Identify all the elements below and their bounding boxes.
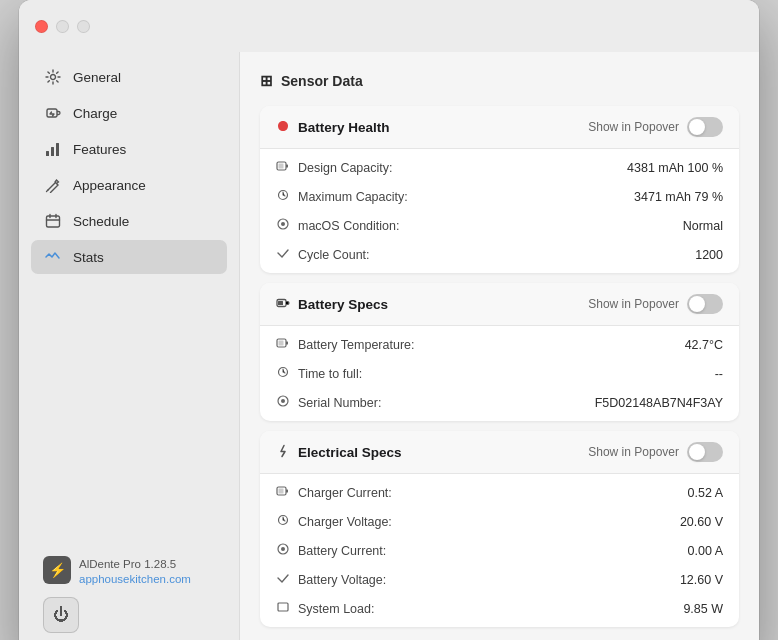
power-icon: ⏻ [53, 606, 69, 624]
app-link[interactable]: apphousekitchen.com [79, 573, 191, 585]
card-row: Charger Current:0.52 A [260, 478, 739, 507]
toggle-electrical-specs[interactable] [687, 442, 723, 462]
stats-label: Stats [73, 250, 104, 265]
row-label: Charger Voltage: [298, 515, 680, 529]
svg-rect-3 [51, 147, 54, 156]
app-version: AlDente Pro 1.28.5 [79, 556, 191, 573]
toggle-battery-specs[interactable] [687, 294, 723, 314]
row-value: 9.85 W [683, 602, 723, 616]
card-popover-battery-health: Show in Popover [588, 117, 723, 137]
row-icon-1-1 [276, 365, 298, 382]
close-button[interactable] [35, 20, 48, 33]
card-electrical-specs: Electrical SpecsShow in PopoverCharger C… [260, 431, 739, 627]
card-row: Design Capacity:4381 mAh 100 % [260, 153, 739, 182]
sidebar-item-appearance[interactable]: Appearance [31, 168, 227, 202]
row-value: 3471 mAh 79 % [634, 190, 723, 204]
card-row: Battery Current:0.00 A [260, 536, 739, 565]
card-battery-health: Battery HealthShow in PopoverDesign Capa… [260, 106, 739, 273]
appearance-icon [43, 175, 63, 195]
row-icon-0-2 [276, 217, 298, 234]
battery-health-header-icon [276, 119, 290, 136]
card-row: System Load:9.85 W [260, 594, 739, 623]
power-button[interactable]: ⏻ [43, 597, 79, 633]
row-value: Normal [683, 219, 723, 233]
svg-point-0 [51, 75, 56, 80]
sidebar: GeneralChargeFeaturesAppearanceScheduleS… [19, 52, 239, 640]
battery-specs-header-icon [276, 296, 290, 313]
row-value: F5D02148AB7N4F3AY [595, 396, 723, 410]
card-rows-battery-health: Design Capacity:4381 mAh 100 %Maximum Ca… [260, 149, 739, 273]
maximize-button[interactable] [77, 20, 90, 33]
card-row: macOS Condition:Normal [260, 211, 739, 240]
card-header-battery-health: Battery HealthShow in Popover [260, 106, 739, 149]
svg-point-19 [281, 399, 285, 403]
sidebar-item-stats[interactable]: Stats [31, 240, 227, 274]
card-rows-battery-specs: Battery Temperature:42.7°CTime to full:-… [260, 326, 739, 421]
row-label: Design Capacity: [298, 161, 627, 175]
traffic-lights [35, 20, 90, 33]
sidebar-item-schedule[interactable]: Schedule [31, 204, 227, 238]
general-label: General [73, 70, 121, 85]
toggle-battery-health[interactable] [687, 117, 723, 137]
features-icon [43, 139, 63, 159]
svg-rect-4 [56, 143, 59, 156]
svg-rect-7 [286, 165, 288, 168]
svg-rect-21 [286, 490, 288, 493]
card-row: Battery Temperature:42.7°C [260, 330, 739, 359]
row-icon-0-3 [276, 246, 298, 263]
card-row: Maximum Capacity:3471 mAh 79 % [260, 182, 739, 211]
card-row: Cycle Count:1200 [260, 240, 739, 269]
general-icon [43, 67, 63, 87]
svg-point-25 [281, 547, 285, 551]
row-icon-2-1 [276, 513, 298, 530]
svg-rect-15 [286, 342, 288, 345]
row-label: Battery Temperature: [298, 338, 685, 352]
minimize-button[interactable] [56, 20, 69, 33]
section-title: Sensor Data [281, 73, 363, 89]
card-row: Battery Voltage:12.60 V [260, 565, 739, 594]
svg-rect-13 [278, 301, 283, 305]
section-header: ⊞ Sensor Data [260, 72, 739, 90]
charge-label: Charge [73, 106, 117, 121]
sidebar-bottom: ⚡ AlDente Pro 1.28.5 apphousekitchen.com… [31, 548, 227, 640]
electrical-specs-header-icon [276, 444, 290, 461]
row-value: 0.52 A [688, 486, 723, 500]
card-row: Serial Number:F5D02148AB7N4F3AY [260, 388, 739, 417]
row-icon-2-3 [276, 571, 298, 588]
row-value: 20.60 V [680, 515, 723, 529]
titlebar [19, 0, 759, 52]
card-title-electrical-specs: Electrical Specs [276, 444, 402, 461]
svg-rect-22 [279, 489, 284, 494]
row-value: 42.7°C [685, 338, 723, 352]
row-value: 12.60 V [680, 573, 723, 587]
card-rows-electrical-specs: Charger Current:0.52 ACharger Voltage:20… [260, 474, 739, 627]
sidebar-item-features[interactable]: Features [31, 132, 227, 166]
row-label: Maximum Capacity: [298, 190, 634, 204]
stats-icon [43, 247, 63, 267]
appearance-label: Appearance [73, 178, 146, 193]
schedule-label: Schedule [73, 214, 129, 229]
features-label: Features [73, 142, 126, 157]
row-icon-2-0 [276, 484, 298, 501]
svg-rect-8 [279, 164, 284, 169]
sidebar-item-charge[interactable]: Charge [31, 96, 227, 130]
svg-rect-26 [278, 603, 288, 611]
card-row: Time to full:-- [260, 359, 739, 388]
svg-rect-16 [279, 341, 284, 346]
card-battery-specs: Battery SpecsShow in PopoverBattery Temp… [260, 283, 739, 421]
card-popover-electrical-specs: Show in Popover [588, 442, 723, 462]
row-value: 1200 [695, 248, 723, 262]
row-label: Cycle Count: [298, 248, 695, 262]
sidebar-item-general[interactable]: General [31, 60, 227, 94]
schedule-icon [43, 211, 63, 231]
svg-point-11 [281, 222, 285, 226]
charge-icon [43, 103, 63, 123]
row-label: macOS Condition: [298, 219, 683, 233]
row-label: System Load: [298, 602, 683, 616]
row-label: Charger Current: [298, 486, 688, 500]
svg-rect-2 [46, 151, 49, 156]
row-label: Time to full: [298, 367, 715, 381]
card-title-battery-specs: Battery Specs [276, 296, 388, 313]
card-title-battery-health: Battery Health [276, 119, 390, 136]
row-icon-2-4 [276, 600, 298, 617]
